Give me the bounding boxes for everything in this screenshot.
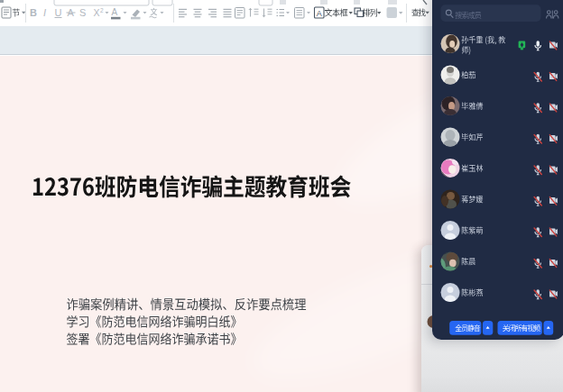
svg-text:A: A	[317, 9, 322, 18]
svg-text:U: U	[55, 7, 62, 18]
svg-text:B: B	[30, 7, 37, 18]
svg-text:S: S	[79, 7, 86, 18]
svg-text:A: A	[112, 7, 118, 17]
svg-text:2: 2	[100, 7, 104, 14]
svg-text:I: I	[43, 7, 46, 18]
svg-text:X: X	[94, 7, 100, 18]
